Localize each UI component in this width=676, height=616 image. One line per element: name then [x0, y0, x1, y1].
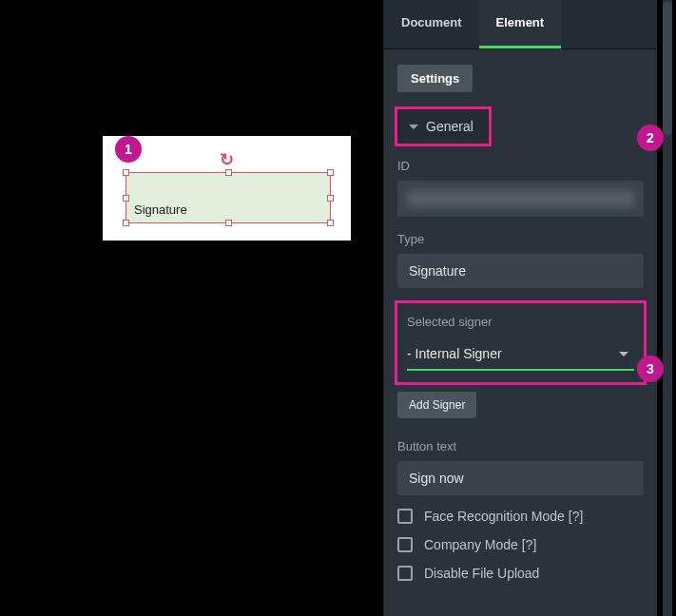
field-id: ID [397, 159, 644, 217]
collapse-icon [409, 125, 418, 129]
annotation-badge-1: 1 [115, 136, 142, 163]
section-general-label: General [426, 119, 473, 134]
type-value: Signature [397, 254, 644, 288]
signature-element-label: Signature [134, 202, 187, 217]
resize-handle-tl[interactable] [123, 169, 129, 176]
signature-element[interactable]: Signature [126, 172, 331, 223]
section-general-header[interactable]: General [397, 109, 489, 144]
tab-element[interactable]: Element [479, 0, 562, 48]
checkbox-face-recognition[interactable]: Face Recognition Mode [?] [397, 509, 644, 524]
resize-handle-ml[interactable] [123, 195, 129, 202]
resize-handle-tm[interactable] [225, 169, 232, 176]
add-signer-button[interactable]: Add Signer [397, 392, 476, 418]
checkbox-icon[interactable] [397, 537, 413, 552]
resize-handle-br[interactable] [327, 220, 334, 226]
settings-button[interactable]: Settings [397, 65, 473, 92]
checkbox-company-label: Company Mode [?] [424, 537, 536, 552]
field-button-text: Button text Sign now [397, 439, 644, 495]
panel-body: Settings General ID Type Signature Selec… [384, 49, 657, 616]
resize-handle-mr[interactable] [327, 195, 334, 202]
checkbox-icon[interactable] [397, 509, 413, 524]
annotation-badge-2: 2 [637, 125, 664, 151]
chevron-down-icon [619, 352, 628, 356]
tab-document[interactable]: Document [384, 0, 479, 48]
resize-handle-bl[interactable] [123, 220, 129, 226]
type-label: Type [397, 232, 644, 246]
selected-signer-block: Selected signer - Internal Signer [397, 303, 644, 382]
checkbox-company-mode[interactable]: Company Mode [?] [397, 537, 644, 552]
button-text-value[interactable]: Sign now [397, 461, 644, 495]
checkbox-face-label: Face Recognition Mode [?] [424, 509, 583, 524]
annotation-badge-3: 3 [637, 356, 664, 382]
resize-handle-bm[interactable] [225, 220, 232, 226]
id-value[interactable] [397, 181, 644, 217]
id-label: ID [397, 159, 644, 173]
checkbox-icon[interactable] [397, 566, 413, 581]
selected-signer-select[interactable]: - Internal Signer [407, 338, 634, 371]
checkbox-disable-upload[interactable]: Disable File Upload [397, 566, 644, 581]
rotate-handle-icon[interactable]: ↻ [220, 149, 234, 170]
properties-panel: Document Element Settings General ID Typ… [383, 0, 657, 616]
panel-tabs: Document Element [384, 0, 657, 49]
scrollbar-thumb[interactable] [663, 2, 672, 135]
button-text-label: Button text [397, 439, 644, 453]
checkbox-disable-upload-label: Disable File Upload [424, 566, 539, 581]
field-type: Type Signature [397, 232, 644, 288]
selected-signer-label: Selected signer [407, 315, 634, 329]
selected-signer-value: - Internal Signer [407, 346, 502, 361]
resize-handle-tr[interactable] [327, 169, 334, 176]
